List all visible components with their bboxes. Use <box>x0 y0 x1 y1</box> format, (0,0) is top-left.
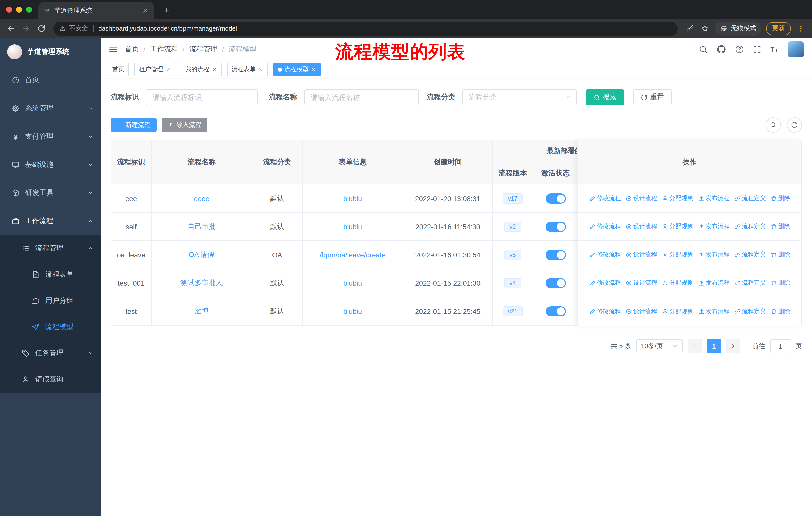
toggle-search-button[interactable] <box>766 117 781 133</box>
tab-close-icon[interactable] <box>142 7 149 14</box>
close-icon[interactable] <box>311 67 316 72</box>
chrome-update-button[interactable]: 更新 <box>766 22 791 35</box>
sidebar-item-process-model[interactable]: 流程模型 <box>0 314 101 340</box>
address-bar[interactable]: 不安全 dashboard.yudao.iocoder.cn/bpm/manag… <box>53 21 677 35</box>
tag-my-process[interactable]: 我的流程 <box>181 63 222 76</box>
form-info-link[interactable]: /bpm/oa/leave/create <box>320 251 386 259</box>
active-toggle[interactable] <box>546 250 566 260</box>
github-icon[interactable] <box>716 44 726 54</box>
process-name-link[interactable]: 测试多审批人 <box>180 278 223 288</box>
assign-rule-link[interactable]: 分配规则 <box>662 250 693 259</box>
hamburger-icon[interactable] <box>109 45 118 54</box>
close-icon[interactable] <box>258 67 263 72</box>
tag-tenant-management[interactable]: 租户管理 <box>135 63 175 76</box>
design-process-link[interactable]: 设计流程 <box>626 307 657 316</box>
tag-process-model[interactable]: 流程模型 <box>273 63 321 76</box>
active-toggle[interactable] <box>546 306 566 316</box>
sidebar-item-user-group[interactable]: 用户分组 <box>0 288 101 314</box>
process-name-link[interactable]: 滔博 <box>195 307 209 316</box>
publish-process-link[interactable]: 发布流程 <box>698 194 730 202</box>
modify-process-link[interactable]: 修改流程 <box>589 279 621 287</box>
publish-process-link[interactable]: 发布流程 <box>698 279 730 287</box>
active-toggle[interactable] <box>546 221 566 232</box>
process-definition-link[interactable]: 流程定义 <box>734 250 766 259</box>
close-icon[interactable] <box>166 67 171 72</box>
assign-rule-link[interactable]: 分配规则 <box>662 194 693 202</box>
assign-rule-link[interactable]: 分配规则 <box>662 222 693 231</box>
sidebar-item-process-management[interactable]: 流程管理 <box>0 235 101 262</box>
forward-button[interactable] <box>19 21 33 35</box>
process-name-link[interactable]: 自己审批 <box>187 222 216 231</box>
sidebar-item-workflow[interactable]: 工作流程 <box>0 207 101 235</box>
process-name-input[interactable] <box>304 89 419 105</box>
process-name-link[interactable]: OA 请假 <box>189 250 215 259</box>
sidebar-item-devtools[interactable]: 研发工具 <box>0 179 101 207</box>
process-definition-link[interactable]: 流程定义 <box>734 194 766 202</box>
sidebar-item-process-form[interactable]: 流程表单 <box>0 262 101 288</box>
delete-link[interactable]: 删除 <box>771 222 790 231</box>
modify-process-link[interactable]: 修改流程 <box>589 194 621 202</box>
active-toggle[interactable] <box>546 278 566 288</box>
breadcrumb-item[interactable]: 工作流程 <box>150 45 178 54</box>
back-button[interactable] <box>4 21 18 35</box>
sidebar-item-home[interactable]: 首页 <box>0 66 101 94</box>
design-process-link[interactable]: 设计流程 <box>626 222 657 231</box>
form-info-link[interactable]: biubiu <box>343 222 362 230</box>
modify-process-link[interactable]: 修改流程 <box>589 307 621 316</box>
design-process-link[interactable]: 设计流程 <box>626 250 657 259</box>
tag-process-form[interactable]: 流程表单 <box>227 63 268 76</box>
window-close-button[interactable] <box>6 6 12 12</box>
delete-link[interactable]: 删除 <box>771 194 790 202</box>
next-page-button[interactable] <box>726 339 740 353</box>
sidebar-item-payment[interactable]: ¥ 支付管理 <box>0 123 101 151</box>
logo[interactable]: 芋道管理系统 <box>0 38 101 66</box>
prev-page-button[interactable] <box>688 339 702 353</box>
process-definition-link[interactable]: 流程定义 <box>734 307 766 316</box>
window-minimize-button[interactable] <box>16 6 22 12</box>
assign-rule-link[interactable]: 分配规则 <box>662 279 693 287</box>
delete-link[interactable]: 删除 <box>771 250 790 259</box>
sidebar-item-system[interactable]: 系统管理 <box>0 94 101 123</box>
form-info-link[interactable]: biubiu <box>343 307 362 315</box>
password-key-icon[interactable] <box>683 21 697 35</box>
window-zoom-button[interactable] <box>26 6 32 12</box>
publish-process-link[interactable]: 发布流程 <box>698 307 730 316</box>
browser-menu-icon[interactable] <box>794 21 808 35</box>
active-toggle[interactable] <box>546 193 566 203</box>
modify-process-link[interactable]: 修改流程 <box>589 250 621 259</box>
delete-link[interactable]: 删除 <box>771 307 790 316</box>
font-size-icon[interactable]: TT <box>770 45 779 54</box>
process-definition-link[interactable]: 流程定义 <box>734 279 766 287</box>
search-button[interactable]: 搜索 <box>586 89 624 105</box>
tag-home[interactable]: 首页 <box>108 63 129 76</box>
browser-tab[interactable]: 芋道管理系统 <box>38 2 154 19</box>
publish-process-link[interactable]: 发布流程 <box>698 250 730 259</box>
process-key-input[interactable] <box>146 89 258 105</box>
refresh-button[interactable] <box>787 117 802 133</box>
process-definition-link[interactable]: 流程定义 <box>734 222 766 231</box>
sidebar-item-task-management[interactable]: 任务管理 <box>0 340 101 366</box>
create-process-button[interactable]: 新建流程 <box>111 118 156 132</box>
reload-button[interactable] <box>34 21 48 35</box>
goto-page-input[interactable] <box>770 339 790 353</box>
publish-process-link[interactable]: 发布流程 <box>698 222 730 231</box>
form-info-link[interactable]: biubiu <box>343 194 362 202</box>
breadcrumb-item[interactable]: 流程管理 <box>189 45 218 54</box>
process-name-link[interactable]: eeee <box>194 194 209 202</box>
sidebar-item-infrastructure[interactable]: 基础设施 <box>0 151 101 179</box>
url-text[interactable]: dashboard.yudao.iocoder.cn/bpm/manager/m… <box>98 25 237 32</box>
help-icon[interactable] <box>735 45 744 54</box>
user-avatar[interactable] <box>788 41 804 57</box>
category-select[interactable]: 流程分类 <box>462 89 577 105</box>
not-secure-label[interactable]: 不安全 <box>69 24 88 33</box>
delete-link[interactable]: 删除 <box>771 279 790 287</box>
fullscreen-icon[interactable] <box>753 45 762 54</box>
reset-button[interactable]: 重置 <box>633 89 671 105</box>
search-icon[interactable] <box>699 45 708 54</box>
new-tab-button[interactable] <box>160 3 173 17</box>
bookmark-star-icon[interactable] <box>698 21 712 35</box>
form-info-link[interactable]: biubiu <box>343 279 362 287</box>
assign-rule-link[interactable]: 分配规则 <box>662 307 693 316</box>
import-process-button[interactable]: 导入流程 <box>162 118 207 132</box>
close-icon[interactable] <box>212 67 217 72</box>
